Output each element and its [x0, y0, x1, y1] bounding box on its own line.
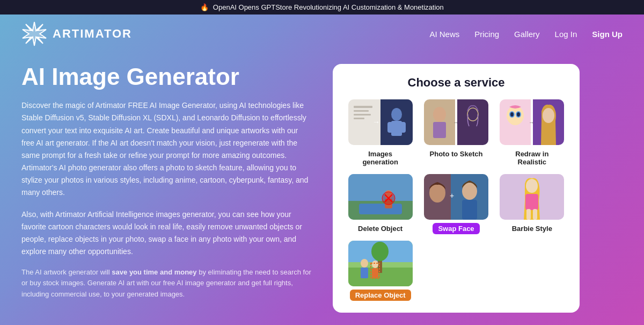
logo-area: ARTIMATOR	[21, 21, 132, 47]
announcement-text: OpenAI Opens GPTStore Revolutionizing AI…	[213, 3, 444, 11]
service-panel: Choose a service	[333, 64, 580, 313]
svg-text:+: +	[450, 191, 454, 200]
hero-desc-3: The AI artwork generator will save you t…	[21, 267, 311, 300]
svg-point-55	[361, 259, 368, 268]
hero-desc-2: Also, with Artimator Artificial Intellig…	[21, 208, 311, 258]
nav-gallery[interactable]: Gallery	[514, 30, 540, 39]
service-thumb-images-generation: →	[348, 99, 413, 145]
svg-point-23	[510, 112, 514, 117]
service-label-delete-object: Delete Object	[354, 223, 407, 234]
page-title: AI Image Generator	[21, 64, 311, 90]
logo-text: ARTIMATOR	[53, 27, 132, 41]
service-item-swap-face[interactable]: + Swap Face	[421, 174, 491, 234]
service-item-delete-object[interactable]: Delete Object	[346, 174, 415, 234]
service-thumb-photo-to-sketch: →	[424, 99, 488, 145]
service-label-replace-object: Replace Object	[350, 290, 411, 301]
svg-rect-11	[400, 122, 406, 133]
fire-icon: 🔥	[200, 3, 209, 11]
service-item-barbie-style[interactable]: Barbie Style	[497, 174, 567, 234]
service-thumb-swap-face: +	[424, 174, 488, 220]
svg-rect-10	[387, 122, 393, 133]
service-item-redraw-realistic[interactable]: → Redraw in Realistic	[497, 99, 567, 168]
nav-login[interactable]: Log In	[555, 30, 577, 39]
svg-rect-49	[533, 209, 537, 220]
svg-text:→: →	[372, 118, 380, 126]
svg-rect-42	[462, 200, 477, 220]
svg-point-46	[526, 179, 538, 193]
service-label-barbie-style: Barbie Style	[508, 223, 557, 234]
service-thumb-barbie-style	[500, 174, 564, 220]
service-item-replace-object[interactable]: Replace Object	[346, 241, 415, 301]
svg-point-20	[507, 106, 524, 125]
svg-rect-32	[359, 204, 402, 214]
service-thumb-redraw-realistic: →	[500, 99, 564, 145]
service-label-images-generation: Images generation	[346, 148, 415, 168]
hero-desc-3-prefix: The AI artwork generator will	[21, 268, 112, 276]
svg-rect-47	[525, 194, 538, 210]
main-content: AI Image Generator Discover the magic of…	[0, 53, 644, 313]
service-thumb-delete-object	[348, 174, 413, 220]
svg-point-28	[543, 108, 554, 123]
svg-point-54	[371, 242, 389, 261]
svg-rect-5	[354, 110, 369, 112]
svg-rect-7	[354, 118, 364, 119]
service-panel-title: Choose a service	[346, 76, 567, 90]
svg-rect-58	[372, 268, 378, 278]
svg-point-8	[391, 108, 402, 121]
svg-rect-56	[361, 268, 368, 278]
service-thumb-replace-object	[348, 241, 413, 286]
header: ARTIMATOR AI News Pricing Gallery Log In…	[0, 15, 644, 53]
svg-point-57	[372, 261, 378, 268]
svg-rect-6	[354, 114, 371, 115]
svg-rect-15	[433, 122, 446, 138]
service-grid: → Images generation →	[346, 99, 567, 301]
hero-desc-1: Discover the magic of Artimator FREE AI …	[21, 99, 311, 199]
service-item-photo-to-sketch[interactable]: → Photo to Sketch	[421, 99, 491, 168]
service-label-swap-face: Swap Face	[433, 223, 479, 234]
svg-point-24	[517, 112, 520, 117]
announcement-bar: 🔥 OpenAI Opens GPTStore Revolutionizing …	[0, 0, 644, 15]
nav: AI News Pricing Gallery Log In Sign Up	[429, 30, 623, 39]
svg-point-14	[433, 107, 446, 122]
service-label-photo-to-sketch: Photo to Sketch	[426, 148, 487, 160]
logo-icon	[21, 21, 47, 47]
service-label-redraw-realistic: Redraw in Realistic	[497, 148, 567, 168]
nav-pricing[interactable]: Pricing	[474, 30, 499, 39]
nav-ai-news[interactable]: AI News	[429, 30, 459, 39]
svg-rect-30	[348, 174, 413, 201]
nav-signup[interactable]: Sign Up	[592, 30, 623, 39]
svg-rect-48	[526, 209, 531, 220]
hero-left: AI Image Generator Discover the magic of…	[21, 64, 311, 300]
service-item-images-generation[interactable]: → Images generation	[346, 99, 415, 168]
svg-rect-4	[354, 106, 372, 108]
hero-desc-3-bold: save you time and money	[112, 268, 196, 276]
